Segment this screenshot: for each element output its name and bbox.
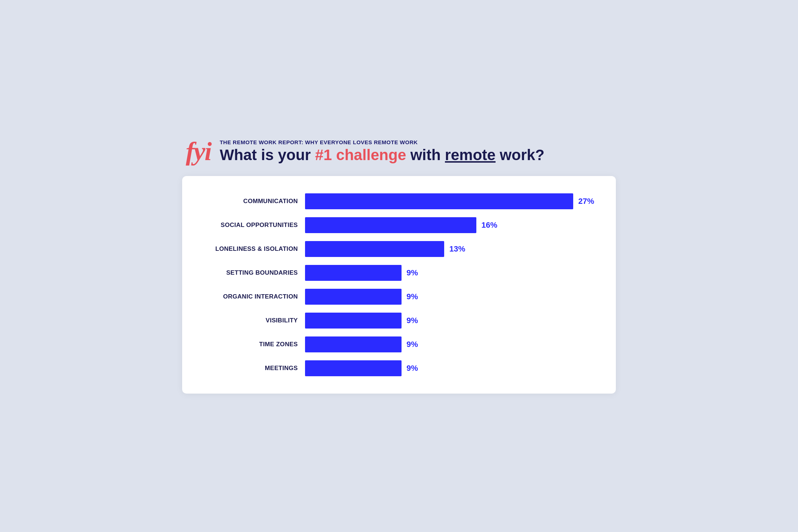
chart-card: COMMUNICATION27%SOCIAL OPPORTUNITIES16%L… bbox=[182, 176, 616, 394]
chart-row: ORGANIC INTERACTION9% bbox=[204, 289, 594, 305]
header: fyi THE REMOTE WORK REPORT: WHY EVERYONE… bbox=[182, 138, 616, 164]
title-highlight: #1 challenge bbox=[315, 146, 406, 163]
bar bbox=[305, 265, 402, 281]
bar-value: 9% bbox=[407, 364, 418, 373]
outer-container: fyi THE REMOTE WORK REPORT: WHY EVERYONE… bbox=[182, 138, 616, 394]
bar-value: 9% bbox=[407, 292, 418, 301]
bar-label: COMMUNICATION bbox=[204, 198, 305, 205]
bar bbox=[305, 336, 402, 352]
chart-row: SETTING BOUNDARIES9% bbox=[204, 265, 594, 281]
bar-label: MEETINGS bbox=[204, 365, 305, 372]
subtitle-bold: WHY EVERYONE LOVES REMOTE WORK bbox=[305, 139, 418, 145]
bar-area: 9% bbox=[305, 265, 594, 281]
bar bbox=[305, 241, 444, 257]
chart-row: MEETINGS9% bbox=[204, 360, 594, 376]
bar bbox=[305, 289, 402, 305]
bar-value: 9% bbox=[407, 316, 418, 325]
title-plain1: What is your bbox=[220, 146, 315, 163]
bar-value: 9% bbox=[407, 340, 418, 349]
title-plain2: with bbox=[406, 146, 445, 163]
bar-area: 27% bbox=[305, 193, 594, 209]
subtitle: THE REMOTE WORK REPORT: WHY EVERYONE LOV… bbox=[220, 139, 545, 145]
bar-value: 13% bbox=[449, 244, 465, 254]
chart-row: COMMUNICATION27% bbox=[204, 193, 594, 209]
chart-row: SOCIAL OPPORTUNITIES16% bbox=[204, 217, 594, 233]
main-title: What is your #1 challenge with remote wo… bbox=[220, 147, 545, 163]
bar-label: SOCIAL OPPORTUNITIES bbox=[204, 222, 305, 229]
bar bbox=[305, 217, 476, 233]
bar-label: SETTING BOUNDARIES bbox=[204, 269, 305, 276]
bar-value: 9% bbox=[407, 268, 418, 278]
chart-row: VISIBILITY9% bbox=[204, 313, 594, 329]
bar bbox=[305, 313, 402, 329]
bar-area: 9% bbox=[305, 313, 594, 329]
bar-label: ORGANIC INTERACTION bbox=[204, 293, 305, 300]
bar bbox=[305, 193, 573, 209]
subtitle-plain: THE REMOTE WORK REPORT: bbox=[220, 139, 305, 145]
bar-value: 16% bbox=[481, 220, 497, 230]
title-plain3: work? bbox=[495, 146, 544, 163]
bar-area: 13% bbox=[305, 241, 594, 257]
logo: fyi bbox=[186, 138, 211, 164]
bar-value: 27% bbox=[578, 197, 594, 206]
bar-area: 16% bbox=[305, 217, 594, 233]
bar bbox=[305, 360, 402, 376]
bar-area: 9% bbox=[305, 289, 594, 305]
bar-area: 9% bbox=[305, 360, 594, 376]
bar-label: VISIBILITY bbox=[204, 317, 305, 324]
chart-row: LONELINESS & ISOLATION13% bbox=[204, 241, 594, 257]
header-text: THE REMOTE WORK REPORT: WHY EVERYONE LOV… bbox=[220, 139, 545, 163]
title-underline: remote bbox=[445, 146, 495, 163]
bar-area: 9% bbox=[305, 336, 594, 352]
bar-label: TIME ZONES bbox=[204, 341, 305, 348]
chart-row: TIME ZONES9% bbox=[204, 336, 594, 352]
bar-label: LONELINESS & ISOLATION bbox=[204, 245, 305, 253]
